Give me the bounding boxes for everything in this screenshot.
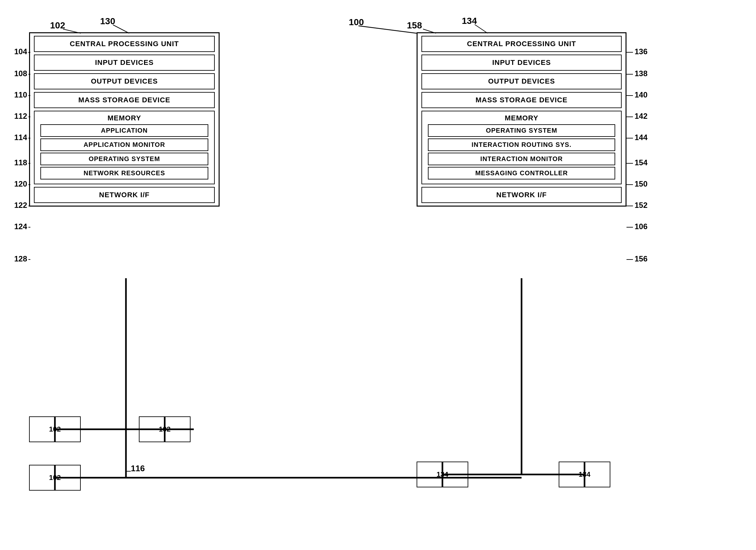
right-mass-storage: MASS STORAGE DEVICE [421,92,622,108]
right-routing-sys: INTERACTION ROUTING SYS. [428,139,615,151]
left-network-resources: NETWORK RESOURCES [40,167,208,180]
svg-text:114: 114 [14,133,27,142]
svg-text:142: 142 [635,112,647,120]
right-os: OPERATING SYSTEM [428,124,615,137]
diagram: CENTRAL PROCESSING UNIT INPUT DEVICES OU… [0,0,756,550]
svg-text:154: 154 [635,158,648,167]
right-cpu: CENTRAL PROCESSING UNIT [421,36,622,52]
svg-text:158: 158 [407,20,422,30]
right-memory-label: MEMORY [425,114,618,122]
left-cpu: CENTRAL PROCESSING UNIT [34,36,215,52]
small-box-right-2: 134 [559,462,610,487]
right-computer-block: CENTRAL PROCESSING UNIT INPUT DEVICES OU… [417,32,627,207]
left-application: APPLICATION [40,124,208,137]
right-network-if: NETWORK I/F [421,187,622,203]
right-interaction-monitor: INTERACTION MONITOR [428,153,615,165]
svg-line-22 [475,25,488,33]
small-box-left-1: 102 [29,416,81,442]
left-input-devices: INPUT DEVICES [34,55,215,71]
svg-text:118: 118 [14,158,27,167]
left-network-if: NETWORK I/F [34,187,215,203]
svg-text:134: 134 [462,16,477,26]
svg-text:120: 120 [14,180,27,188]
svg-text:104: 104 [14,47,27,56]
svg-text:122: 122 [14,201,27,210]
svg-text:156: 156 [635,254,647,263]
left-os: OPERATING SYSTEM [40,153,208,165]
svg-text:138: 138 [635,69,647,78]
svg-text:136: 136 [635,47,647,56]
right-output-devices: OUTPUT DEVICES [421,73,622,89]
svg-text:112: 112 [14,112,27,120]
left-memory-block: MEMORY APPLICATION APPLICATION MONITOR O… [34,111,215,184]
svg-text:106: 106 [635,222,647,231]
right-messaging-controller: MESSAGING CONTROLLER [428,167,615,180]
left-computer-block: CENTRAL PROCESSING UNIT INPUT DEVICES OU… [29,32,220,207]
svg-line-18 [358,26,417,33]
svg-text:108: 108 [14,69,27,78]
left-output-devices: OUTPUT DEVICES [34,73,215,89]
svg-text:124: 124 [14,222,27,231]
right-memory-block: MEMORY OPERATING SYSTEM INTERACTION ROUT… [421,111,622,184]
svg-text:110: 110 [14,90,27,99]
svg-text:128: 128 [14,254,27,263]
left-memory-label: MEMORY [37,114,212,122]
svg-text:102: 102 [50,20,65,30]
svg-text:116: 116 [131,463,145,473]
svg-text:150: 150 [635,180,647,188]
small-box-left-3: 102 [29,465,81,491]
left-app-monitor: APPLICATION MONITOR [40,139,208,151]
small-box-left-2: 102 [139,416,191,442]
svg-text:130: 130 [100,16,115,26]
svg-text:140: 140 [635,90,647,99]
right-input-devices: INPUT DEVICES [421,55,622,71]
svg-text:144: 144 [635,133,648,142]
svg-text:100: 100 [349,17,364,27]
left-mass-storage: MASS STORAGE DEVICE [34,92,215,108]
small-box-right-1: 134 [417,462,468,487]
svg-text:152: 152 [635,201,647,210]
